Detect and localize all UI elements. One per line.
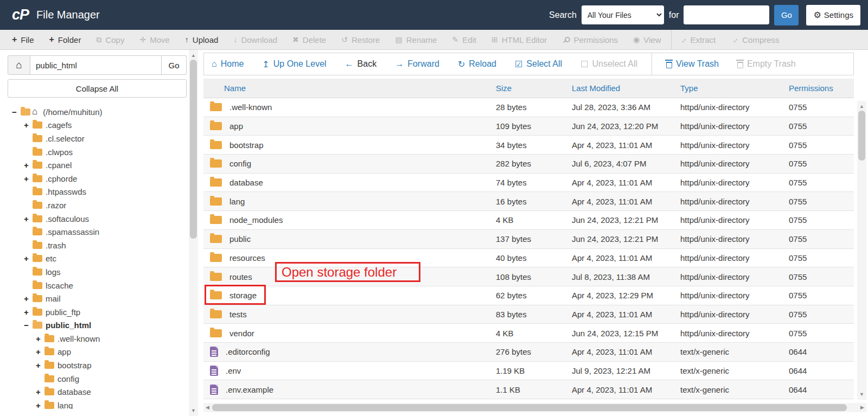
- tree-expander[interactable]: −: [24, 321, 33, 330]
- tree-expander[interactable]: +: [24, 214, 33, 223]
- path-go-button[interactable]: Go: [162, 55, 187, 75]
- table-row[interactable]: .env.example 1.1 KB Apr 4, 2023, 11:01 A…: [203, 380, 854, 399]
- tree-item[interactable]: logs: [8, 265, 187, 279]
- scroll-down-arrow-icon[interactable]: ▼: [857, 390, 866, 399]
- tree-item[interactable]: + bootstrap: [8, 359, 187, 372]
- search-scope-select[interactable]: All Your Files: [582, 5, 664, 24]
- table-row[interactable]: .well-known 28 bytes Jul 28, 2023, 3:36 …: [203, 98, 854, 117]
- table-row[interactable]: app 109 bytes Jun 24, 2023, 12:20 PM htt…: [203, 117, 854, 136]
- search-input[interactable]: [684, 5, 769, 24]
- column-header-last-modified[interactable]: Last Modified: [572, 84, 680, 93]
- scroll-right-arrow-icon[interactable]: ▶: [860, 403, 864, 412]
- file-nav-item[interactable]: ☐ Unselect All: [580, 59, 637, 69]
- tree-item[interactable]: .clwpos: [8, 145, 187, 159]
- tree-expander[interactable]: +: [36, 361, 44, 370]
- tree-expander[interactable]: +: [36, 347, 44, 356]
- table-row[interactable]: public 137 bytes Jun 24, 2023, 12:21 PM …: [203, 230, 854, 249]
- tree-item[interactable]: + .softaculous: [8, 212, 187, 226]
- sidebar-scrollbar-thumb[interactable]: [190, 60, 197, 239]
- toolbar-item[interactable]: ↔ Compress: [723, 30, 787, 49]
- column-header-size[interactable]: Size: [496, 84, 572, 93]
- column-header-permissions[interactable]: Permissions: [789, 84, 854, 93]
- file-nav-item[interactable]: → Forward: [395, 59, 439, 69]
- tree-item[interactable]: + .cagefs: [8, 119, 187, 132]
- tree-item[interactable]: + public_ftp: [8, 305, 187, 319]
- table-row[interactable]: .editorconfig 276 bytes Apr 4, 2023, 11:…: [203, 343, 854, 362]
- table-row[interactable]: config 282 bytes Jul 6, 2023, 4:07 PM ht…: [203, 155, 854, 174]
- tree-expander[interactable]: +: [24, 294, 33, 303]
- toolbar-item[interactable]: ⊞ HTML Editor: [484, 30, 554, 49]
- tree-expander[interactable]: +: [24, 308, 33, 317]
- tree-item[interactable]: .razor: [8, 199, 187, 212]
- tree-expander[interactable]: +: [24, 254, 33, 263]
- sidebar-scrollbar[interactable]: ▲ ▼: [189, 50, 198, 416]
- tree-expander[interactable]: +: [24, 161, 33, 170]
- tree-expander[interactable]: +: [36, 334, 44, 343]
- tree-item[interactable]: .cl.selector: [8, 132, 187, 145]
- table-row[interactable]: bootstrap 34 bytes Apr 4, 2023, 11:01 AM…: [203, 136, 854, 155]
- table-scrollbar-thumb[interactable]: [858, 111, 865, 161]
- collapse-all-button[interactable]: Collapse All: [8, 79, 187, 98]
- toolbar-item[interactable]: + File: [4, 30, 42, 49]
- tree-item[interactable]: + .cpanel: [8, 158, 187, 172]
- scroll-up-arrow-icon[interactable]: ▲: [857, 102, 866, 111]
- tree-item[interactable]: + mail: [8, 292, 187, 305]
- column-header-name[interactable]: Name: [203, 84, 496, 93]
- sidebar-home-button[interactable]: ⌂: [8, 55, 30, 75]
- tree-item[interactable]: .spamassassin: [8, 225, 187, 239]
- toolbar-item[interactable]: ✛ Move: [132, 30, 177, 49]
- settings-button[interactable]: ⚙Settings: [806, 5, 860, 25]
- table-row[interactable]: node_modules 4 KB Jun 24, 2023, 12:21 PM…: [203, 211, 854, 230]
- tree-item[interactable]: .htpasswds: [8, 185, 187, 199]
- toolbar-item[interactable]: ↺ Restore: [334, 30, 387, 49]
- column-header-type[interactable]: Type: [680, 84, 789, 93]
- toolbar-item[interactable]: Permissions: [554, 30, 626, 49]
- table-row[interactable]: vendor 4 KB Jun 24, 2023, 12:15 PM httpd…: [203, 324, 854, 343]
- file-nav-item[interactable]: ← Back: [345, 59, 377, 69]
- tree-item[interactable]: + .cphorde: [8, 172, 187, 185]
- tree-expander[interactable]: −: [12, 107, 21, 117]
- tree-expander[interactable]: +: [24, 174, 33, 183]
- file-nav-item[interactable]: ↻ Reload: [458, 59, 496, 69]
- file-nav-item[interactable]: ☑ Select All: [515, 59, 562, 69]
- toolbar-item[interactable]: ↓ Download: [226, 30, 285, 49]
- toolbar-item[interactable]: ↑ Upload: [177, 30, 226, 49]
- scroll-up-arrow-icon[interactable]: ▲: [189, 51, 198, 60]
- toolbar-item[interactable]: ▤ Rename: [387, 30, 444, 49]
- tree-item[interactable]: .trash: [8, 239, 187, 252]
- search-go-button[interactable]: Go: [774, 5, 799, 25]
- table-vertical-scrollbar[interactable]: ▲ ▼: [857, 101, 866, 400]
- toolbar-item[interactable]: ✖ Delete: [285, 30, 334, 49]
- tree-expander[interactable]: +: [36, 401, 44, 409]
- table-row[interactable]: .env 1.19 KB Jul 9, 2023, 12:21 AM text/…: [203, 362, 854, 381]
- table-row[interactable]: tests 83 bytes Apr 4, 2023, 11:01 AM htt…: [203, 305, 854, 324]
- tree-item[interactable]: config: [8, 372, 187, 386]
- file-nav-item[interactable]: ⌂ Home: [212, 59, 244, 69]
- tree-item[interactable]: lscache: [8, 279, 187, 292]
- table-horizontal-scrollbar[interactable]: ◀ ▶: [203, 403, 866, 412]
- tree-item[interactable]: + lang: [8, 399, 187, 409]
- tree-item[interactable]: − public_html: [8, 319, 187, 332]
- table-row[interactable]: database 74 bytes Apr 4, 2023, 11:01 AM …: [203, 174, 854, 193]
- toolbar-item[interactable]: ◉ View: [626, 30, 668, 49]
- tree-item[interactable]: + app: [8, 345, 187, 359]
- file-nav-item[interactable]: View Trash: [666, 59, 719, 69]
- scroll-left-arrow-icon[interactable]: ◀: [206, 403, 209, 412]
- tree-item[interactable]: + database: [8, 385, 187, 399]
- file-nav-item[interactable]: Empty Trash: [737, 59, 796, 69]
- table-row[interactable]: lang 16 bytes Apr 4, 2023, 11:01 AM http…: [203, 192, 854, 211]
- toolbar-item[interactable]: ↔ Extract: [671, 30, 724, 49]
- tree-expander[interactable]: +: [24, 120, 33, 130]
- toolbar-item[interactable]: + Folder: [42, 30, 89, 49]
- table-row[interactable]: storage 62 bytes Apr 4, 2023, 12:29 PM h…: [203, 286, 854, 305]
- tree-item[interactable]: + .well-known: [8, 332, 187, 345]
- toolbar-item[interactable]: ✎ Edit: [444, 30, 484, 49]
- tree-item[interactable]: − ⌂(/home/muhitun): [8, 105, 187, 119]
- tree-expander[interactable]: +: [36, 387, 44, 396]
- scroll-down-arrow-icon[interactable]: ▼: [189, 406, 198, 415]
- tree-item[interactable]: + etc: [8, 252, 187, 266]
- path-input[interactable]: [30, 55, 162, 75]
- toolbar-item[interactable]: ⧉ Copy: [88, 30, 132, 49]
- file-nav-item[interactable]: ↥ Up One Level: [262, 59, 326, 69]
- horizontal-scrollbar-thumb[interactable]: [212, 404, 847, 411]
